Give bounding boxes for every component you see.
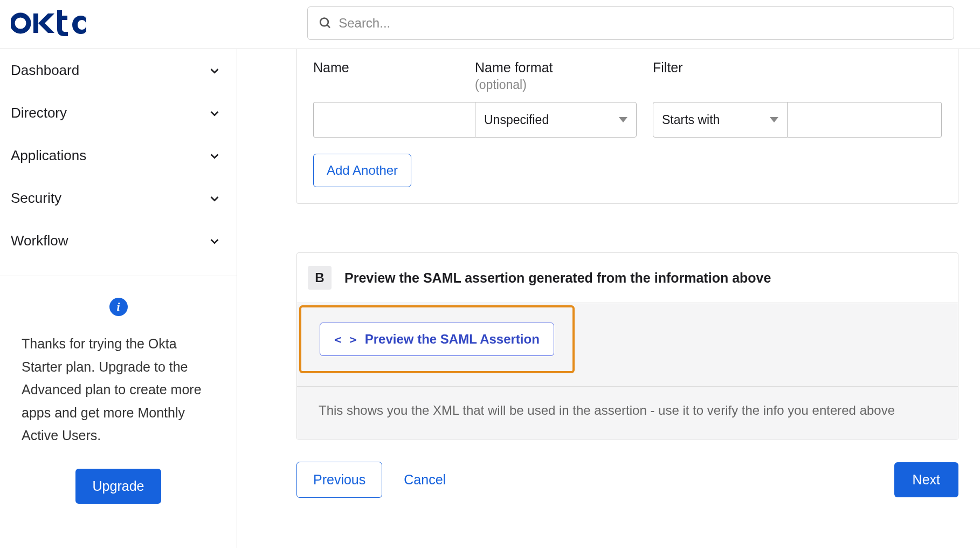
info-icon: i [109,298,128,316]
chevron-down-icon [209,235,220,247]
upgrade-button[interactable]: Upgrade [75,469,162,504]
sidebar-nav-scroll[interactable]: Dashboard Directory Applications Securit… [0,49,237,276]
chevron-down-icon [209,150,220,162]
filter-type-select[interactable]: Starts with [653,102,788,138]
name-input[interactable] [313,102,475,138]
next-button[interactable]: Next [894,462,958,497]
search-box[interactable] [307,6,954,40]
preview-highlight-box: < > Preview the SAML Assertion [299,305,575,373]
preview-description: This shows you the XML that will be used… [297,386,958,440]
name-column-label: Name [313,60,475,76]
preview-saml-button[interactable]: < > Preview the SAML Assertion [320,323,554,356]
filter-type-value: Starts with [662,113,720,127]
name-format-select[interactable]: Unspecified [475,102,637,138]
okta-logo [11,10,92,36]
upgrade-panel: i Thanks for trying the Okta Starter pla… [0,276,237,525]
search-icon [319,16,332,30]
sidebar-item-label: Workflow [11,232,68,249]
chevron-down-icon [209,107,220,119]
dropdown-icon [770,117,778,122]
previous-button[interactable]: Previous [296,462,382,498]
chevron-down-icon [209,193,220,204]
svg-point-1 [320,18,328,26]
name-format-optional-label: (optional) [475,78,637,92]
name-format-value: Unspecified [484,113,549,127]
section-badge: B [308,266,332,290]
svg-point-0 [12,15,29,31]
sidebar: Dashboard Directory Applications Securit… [0,49,237,548]
search-input[interactable] [339,16,943,31]
upgrade-text: Thanks for trying the Okta Starter plan.… [22,332,215,447]
sidebar-item-workflow[interactable]: Workflow [0,220,237,262]
okta-logo-icon [11,10,86,36]
sidebar-item-label: Applications [11,147,86,164]
filter-column-label: Filter [653,60,942,76]
sidebar-item-label: Directory [11,105,67,121]
preview-saml-button-label: Preview the SAML Assertion [365,332,540,347]
add-another-button[interactable]: Add Another [313,154,411,187]
filter-value-input[interactable] [788,102,942,138]
chevron-down-icon [209,65,220,77]
name-format-column-label: Name format [475,60,637,76]
preview-section-title: Preview the SAML assertion generated fro… [344,270,771,286]
sidebar-item-label: Dashboard [11,62,79,79]
preview-section: B Preview the SAML assertion generated f… [296,252,958,440]
main-content: Name Name format (optional) Unspecified [237,49,980,548]
sidebar-item-security[interactable]: Security [0,177,237,220]
dropdown-icon [619,117,627,122]
code-icon: < > [334,333,357,346]
sidebar-item-dashboard[interactable]: Dashboard [0,49,237,92]
sidebar-item-applications[interactable]: Applications [0,134,237,177]
sidebar-item-label: Security [11,190,61,207]
svg-line-2 [327,25,330,28]
attributes-panel: Name Name format (optional) Unspecified [296,49,958,204]
wizard-footer: Previous Cancel Next [296,462,958,498]
top-header [0,0,980,49]
sidebar-item-directory[interactable]: Directory [0,92,237,134]
cancel-button[interactable]: Cancel [404,472,446,488]
